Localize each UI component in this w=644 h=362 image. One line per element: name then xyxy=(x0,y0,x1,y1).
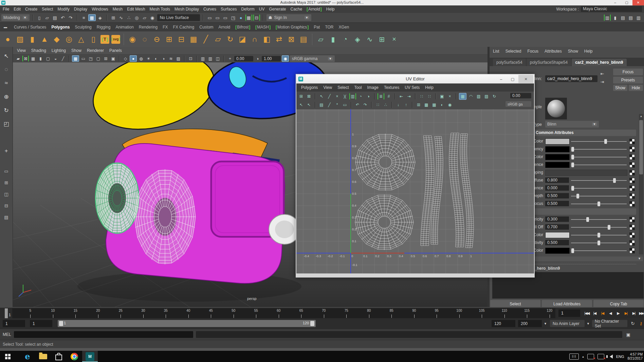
texture-map-button[interactable] xyxy=(629,240,635,246)
color-swatch[interactable] xyxy=(545,154,570,160)
dim-image-icon[interactable]: ◐ xyxy=(439,102,445,108)
lattice-icon[interactable]: ⊠ xyxy=(286,34,296,45)
match-uv-icon[interactable]: × xyxy=(446,93,453,99)
texture-map-button[interactable] xyxy=(629,248,635,253)
window-restore-button[interactable]: ▢ xyxy=(621,0,632,5)
character-set-dropdown[interactable]: No Character Set xyxy=(592,320,627,327)
focus-button[interactable]: Focus xyxy=(613,69,643,75)
make-live-icon[interactable]: ◉ xyxy=(149,15,156,21)
relax-uv-icon[interactable]: * xyxy=(334,102,341,108)
menu-uv[interactable]: UV xyxy=(259,7,265,12)
texture-map-button[interactable] xyxy=(629,154,635,160)
attr-slider-thumb[interactable] xyxy=(597,241,600,245)
select-by-hierarchy-icon[interactable]: ≡ xyxy=(80,15,87,21)
menu-help[interactable]: Help xyxy=(326,7,335,12)
step-forward-frame-button[interactable]: ▶| xyxy=(630,309,637,318)
attr-value-field[interactable]: 0.000 xyxy=(545,185,569,191)
uv-editor-titlebar[interactable]: M UV Editor – ▢ ✕ xyxy=(296,75,534,83)
rgb-channels-icon[interactable]: ▦ xyxy=(431,102,438,108)
menu-deform[interactable]: Deform xyxy=(241,7,254,12)
rotate-tool-icon[interactable]: ↻ xyxy=(2,106,11,115)
planar-mapping-icon[interactable]: ▱ xyxy=(316,34,326,45)
shelf-tab-rendering[interactable]: Rendering xyxy=(139,25,158,30)
attr-slider-thumb[interactable] xyxy=(571,186,574,191)
shelf-tab-arnold[interactable]: Arnold xyxy=(219,25,231,30)
network-error-icon[interactable]: × xyxy=(597,354,604,359)
channel-box-icon[interactable]: ▤ xyxy=(620,15,626,21)
uv-value-field[interactable]: 0.00 xyxy=(510,93,531,98)
safe-title-icon[interactable]: ▣ xyxy=(110,56,116,61)
copy-uv-icon[interactable]: ▧ xyxy=(475,93,482,99)
sign-in-button[interactable]: ☗ Sign In ▼ xyxy=(266,14,311,21)
snap-to-view-plane-icon[interactable]: ▱ xyxy=(141,15,148,21)
attr-slider-thumb[interactable] xyxy=(571,248,574,253)
move-tool-icon[interactable]: ⊕ xyxy=(2,92,11,101)
uv-maximize-button[interactable]: ▢ xyxy=(507,75,518,83)
tool-settings-icon[interactable]: ▥ xyxy=(635,15,642,21)
uv-tweak-icon[interactable]: ⊠ xyxy=(306,93,312,99)
pin-uv-icon[interactable]: ↓ xyxy=(395,102,402,108)
touch-keyboard-icon[interactable]: ⣿⣿ xyxy=(569,354,579,360)
attr-tab-car2_model_hero_blinn9[interactable]: car2_model_hero_blinn9 xyxy=(572,59,626,66)
taskbar-explorer[interactable] xyxy=(35,351,51,362)
rotate-cw-icon[interactable]: ↷ xyxy=(362,102,369,108)
shelf-tab-motion-graphics[interactable]: Motion Graphics xyxy=(276,25,309,30)
uv-colorspace-dropdown[interactable]: sRGB ga xyxy=(505,101,531,107)
render-current-frame-icon[interactable]: ▭ xyxy=(214,15,221,21)
attr-slider-thumb[interactable] xyxy=(571,147,574,152)
texture-map-button[interactable] xyxy=(629,147,635,152)
hide-button[interactable]: Hide xyxy=(629,85,643,91)
attribute-editor-icon[interactable]: ▤ xyxy=(627,15,634,21)
menu-shading[interactable]: Shading xyxy=(31,48,46,53)
attr-slider[interactable] xyxy=(571,180,627,181)
hypershade-icon[interactable]: ▦ xyxy=(245,15,252,21)
select-by-component-icon[interactable]: ◈ xyxy=(97,15,104,21)
reduce-icon[interactable]: ◌ xyxy=(140,34,150,45)
scroll-up-icon[interactable]: ▲ xyxy=(639,115,643,119)
shelf-menu-icon[interactable]: ▬ xyxy=(2,24,9,30)
color-swatch[interactable] xyxy=(545,232,570,238)
step-back-frame-button[interactable]: |◀ xyxy=(591,309,598,318)
symmetrize-icon[interactable]: ⇄ xyxy=(274,34,284,45)
shelf-tab-rigging[interactable]: Rigging xyxy=(97,25,111,30)
time-slider-ruler[interactable]: 5101520253035404550556065707580859095100… xyxy=(12,308,555,318)
select-uv-icon[interactable]: ↖ xyxy=(298,102,305,108)
snap-move-icon[interactable]: ∷ xyxy=(374,102,381,108)
outliner-layout-icon[interactable]: ▤ xyxy=(2,214,11,221)
poly-pipe-icon[interactable]: ▯ xyxy=(88,34,98,45)
current-frame-field[interactable]: 1 xyxy=(558,309,580,317)
xray-icon[interactable]: ▥ xyxy=(200,56,206,61)
menu-attributes[interactable]: Attributes xyxy=(545,49,562,54)
scale-tool-icon[interactable]: ◰ xyxy=(2,119,11,128)
shelf-tab-animation[interactable]: Animation xyxy=(115,25,133,30)
menu-surfaces[interactable]: Surfaces xyxy=(221,7,237,12)
spin-edge-icon[interactable]: ↻ xyxy=(225,34,235,45)
uv-minimize-button[interactable]: – xyxy=(495,75,507,83)
attr-slider-thumb[interactable] xyxy=(576,194,579,198)
chevron-down-icon[interactable]: ▼ xyxy=(587,322,590,325)
shelf-tab-sculpting[interactable]: Sculpting xyxy=(75,25,91,30)
range-bar[interactable]: 1 120 xyxy=(58,320,316,327)
spherical-mapping-icon[interactable]: ◔ xyxy=(340,34,350,45)
motion-blur-icon[interactable]: ≋ xyxy=(168,56,174,61)
combine-icon[interactable]: ⊞ xyxy=(164,34,174,45)
playback-start-field[interactable]: 1 xyxy=(30,320,52,327)
append-polygon-icon[interactable]: ▱ xyxy=(213,34,223,45)
attr-slider[interactable] xyxy=(571,149,627,150)
isolate-select-icon[interactable]: ⊡ xyxy=(187,56,194,61)
smooth-icon[interactable]: ◉ xyxy=(127,34,137,45)
taskbar-clock[interactable]: 4:57 PM 8/21/2017 xyxy=(628,353,643,361)
shelf-tab-fx-caching[interactable]: FX Caching xyxy=(173,25,195,30)
menu-windows[interactable]: Windows xyxy=(92,7,108,12)
color-swatch[interactable] xyxy=(545,138,570,145)
field-chart-icon[interactable]: ⊞ xyxy=(103,56,109,61)
use-all-lights-icon[interactable]: ☀ xyxy=(145,56,152,61)
poly-cone-icon[interactable]: ▲ xyxy=(39,34,50,45)
booleans-icon[interactable]: ⊖ xyxy=(152,34,162,45)
color-swatch[interactable] xyxy=(545,248,570,254)
window-minimize-button[interactable]: – xyxy=(609,0,621,5)
gamma-field[interactable]: 1.00 xyxy=(262,56,281,61)
rotate-ccw-icon[interactable]: ↶ xyxy=(354,102,361,108)
fill-hole-icon[interactable]: ▦ xyxy=(188,34,199,45)
snap-to-point-icon[interactable]: ∴ xyxy=(126,15,132,21)
